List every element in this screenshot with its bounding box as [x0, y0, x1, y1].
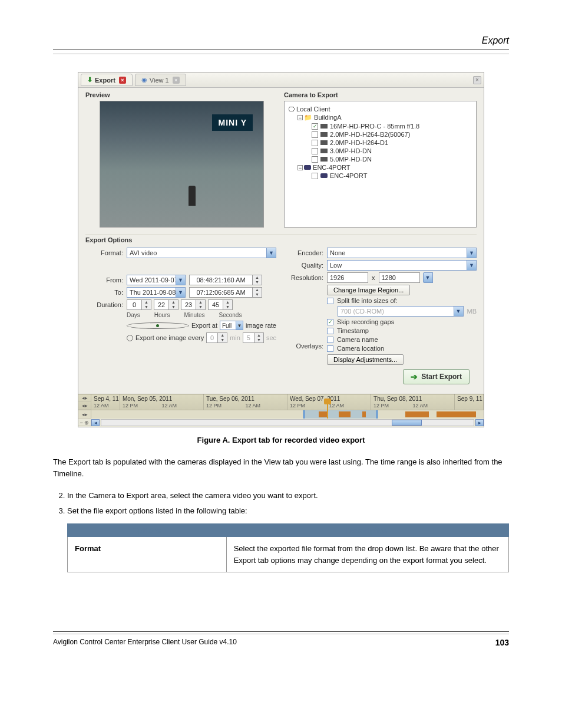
to-date-select[interactable]: Thu 2011-09-08▼ [127, 287, 186, 298]
timeline-controls[interactable]: ◂▸ [78, 410, 91, 419]
spinner-icon[interactable]: ▲▼ [169, 299, 178, 310]
chevron-down-icon[interactable]: ▼ [423, 273, 432, 282]
res-height-input[interactable]: 1280 [379, 272, 420, 283]
chevron-down-icon[interactable]: ▼ [467, 261, 476, 270]
camera-tree[interactable]: 🖵 Local Client −📁 BuildingA ✓16MP-HD-PRO… [284, 101, 477, 228]
timeline[interactable]: ◂▸ ◂▸ Sep 4, 1112 AM Mon, Sep 05, 201112… [78, 394, 484, 427]
scrollbar-thumb[interactable] [392, 420, 422, 426]
encoder-label: Encoder: [286, 249, 323, 256]
chevron-down-icon[interactable]: ▼ [176, 288, 185, 297]
close-icon[interactable]: × [173, 77, 180, 84]
tree-root[interactable]: 🖵 Local Client [288, 105, 472, 113]
spinner-icon[interactable]: ▲▼ [142, 299, 151, 310]
spinner-icon[interactable]: ▲▼ [196, 299, 206, 310]
tab-view1[interactable]: ◉ View 1 × [135, 74, 186, 86]
playhead-icon[interactable] [327, 402, 328, 419]
options-table: OptionsDescription Format Select the exp… [67, 523, 509, 572]
chevron-down-icon[interactable]: ▼ [176, 275, 185, 285]
checkbox-icon[interactable] [327, 328, 333, 334]
recording-segment [437, 411, 476, 417]
tree-site[interactable]: −📁 BuildingA [288, 113, 472, 122]
close-all-icon[interactable]: × [473, 76, 481, 84]
checkbox-icon[interactable] [312, 140, 318, 146]
export-one-min-input: 0▲▼ [206, 332, 227, 343]
spinner-icon[interactable]: ▲▼ [253, 287, 262, 298]
figure-caption: Figure A. Export tab for recorded video … [78, 436, 484, 444]
timeline-track[interactable] [91, 410, 484, 419]
tree-encoder[interactable]: − ENC-4PORT [288, 163, 472, 172]
timeline-day[interactable]: Sep 4, 1112 AM [91, 394, 120, 410]
encoder-select[interactable]: None▼ [327, 248, 477, 258]
tree-camera[interactable]: 3.0MP-HD-DN [288, 147, 472, 155]
checkbox-icon[interactable] [312, 148, 318, 154]
checkbox-icon[interactable] [327, 298, 333, 304]
timeline-controls[interactable]: ◂▸ ◂▸ [78, 394, 91, 410]
play-controls-icon[interactable]: ◂▸ [78, 394, 91, 402]
zoom-icon[interactable]: − ⊕ [78, 420, 91, 426]
quality-select[interactable]: Low▼ [327, 260, 477, 271]
figure-a: ⬇ Export × ◉ View 1 × × Preview [78, 72, 484, 444]
chevron-down-icon[interactable]: ▼ [236, 321, 243, 330]
list-item: In the Camera to Export area, select the… [67, 490, 509, 502]
days-input[interactable]: 0▲▼ [127, 299, 151, 310]
timeline-day[interactable]: Sep 9, 11 [455, 394, 484, 410]
tree-camera[interactable]: 2.0MP-HD-H264-B2(50067) [288, 130, 472, 139]
hours-input[interactable]: 22▲▼ [154, 299, 178, 310]
timeline-day[interactable]: Tue, Sep 06, 201112 PM12 AM [204, 394, 287, 410]
skip-gaps-label: Skip recording gaps [337, 318, 394, 325]
radio-icon[interactable] [127, 322, 189, 329]
checkbox-icon[interactable] [312, 156, 318, 163]
change-image-region-button[interactable]: Change Image Region... [327, 285, 410, 295]
tree-camera[interactable]: 2.0MP-HD-H264-D1 [288, 139, 472, 147]
checkbox-icon[interactable] [327, 337, 333, 343]
spinner-icon[interactable]: ▲▼ [253, 275, 262, 285]
seconds-input[interactable]: 45▲▼ [208, 299, 233, 310]
col-options: Options [68, 524, 227, 537]
spinner-icon[interactable]: ▲▼ [223, 299, 233, 310]
export-one-sec-input: 5▲▼ [243, 332, 264, 343]
chevron-down-icon[interactable]: ▼ [467, 248, 476, 258]
timeline-day[interactable]: Mon, Sep 05, 201112 PM12 AM [120, 394, 204, 410]
duration-label: Duration: [85, 301, 123, 308]
step-controls-icon[interactable]: ◂▸ [78, 402, 91, 410]
to-time-input[interactable]: 07:12:06:685 AM▲▼ [189, 287, 262, 298]
checkbox-icon[interactable] [327, 345, 333, 352]
tab-export[interactable]: ⬇ Export × [81, 74, 133, 86]
res-preset-select[interactable]: ▼ [424, 272, 433, 283]
start-export-button[interactable]: ➔ Start Export [403, 369, 470, 384]
close-icon[interactable]: × [119, 77, 126, 84]
play-controls-icon[interactable]: ◂▸ [78, 410, 91, 419]
camera-title: Camera to Export [284, 91, 477, 98]
checkbox-icon[interactable] [312, 131, 318, 138]
from-date-select[interactable]: Wed 2011-09-07▼ [127, 275, 186, 285]
checkbox-icon[interactable]: ✓ [327, 319, 333, 325]
scroll-right-icon[interactable]: ▸ [475, 419, 484, 426]
preview-sign: MINI Y [212, 114, 253, 131]
encoder-icon [320, 173, 328, 178]
list-item: Set the file export options listed in th… [67, 505, 509, 573]
export-one-radio[interactable]: Export one image every 0▲▼ min 5▲▼ sec [127, 332, 276, 343]
zoom-controls[interactable]: − ⊕ [78, 420, 91, 426]
tree-camera[interactable]: 5.0MP-HD-DN [288, 155, 472, 163]
timeline-day[interactable]: Thu, Sep 08, 201112 PM12 AM [371, 394, 455, 410]
tree-encoder-child[interactable]: ENC-4PORT [288, 172, 472, 180]
split-label: Split file into sizes of: [337, 297, 398, 304]
tree-camera[interactable]: ✓16MP-HD-PRO-C - 85mm f/1.8 [288, 122, 472, 130]
format-select[interactable]: AVI video▼ [127, 248, 276, 258]
radio-icon[interactable] [127, 335, 133, 341]
export-at-select[interactable]: Full▼ [220, 321, 243, 330]
export-at-radio[interactable]: Export at Full▼ image rate [127, 321, 276, 330]
chevron-down-icon[interactable]: ▼ [266, 248, 276, 258]
res-width-input[interactable]: 1926 [327, 272, 368, 283]
checkbox-icon[interactable]: ✓ [312, 123, 318, 130]
overlays-label: Overlays: [286, 342, 323, 350]
to-label: To: [85, 289, 123, 296]
scroll-left-icon[interactable]: ◂ [91, 419, 100, 426]
preview-title: Preview [85, 91, 278, 98]
view-icon: ◉ [141, 76, 147, 84]
from-time-input[interactable]: 08:48:21:160 AM▲▼ [189, 275, 262, 285]
minutes-input[interactable]: 23▲▼ [181, 299, 206, 310]
display-adjustments-button[interactable]: Display Adjustments... [327, 354, 404, 365]
checkbox-icon[interactable] [312, 173, 318, 179]
timeline-scrollbar[interactable] [101, 419, 474, 426]
